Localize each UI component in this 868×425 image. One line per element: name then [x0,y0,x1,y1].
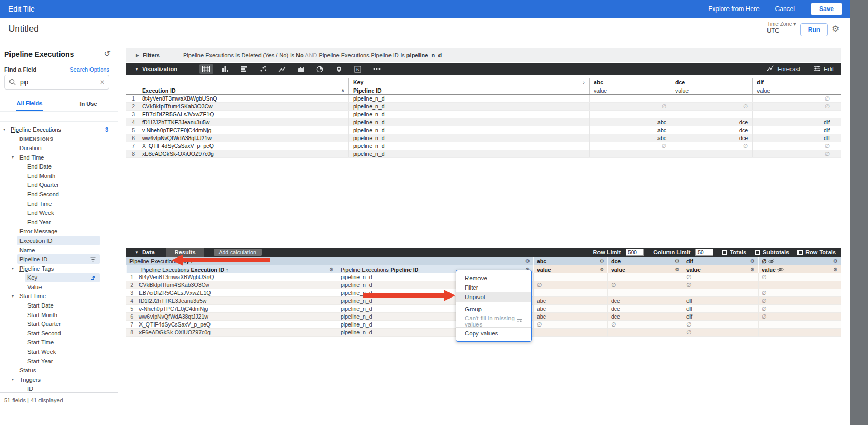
cell-value[interactable]: dce [671,118,752,126]
area-chart-icon[interactable] [294,64,308,74]
cell-value[interactable] [683,289,758,297]
cell-execution-id[interactable]: xE6eADGkSk-OXiUOZ97c0g [138,150,348,157]
sidebar-item-end-week[interactable]: End Week [0,208,118,218]
sidebar-item-end-time[interactable]: End Time [0,199,118,209]
value-header[interactable]: value [671,86,752,94]
cell-pipeline-id[interactable]: pipeline_n_d [348,111,589,118]
sidebar-item-end-date[interactable]: End Date [0,162,118,171]
cell-value[interactable]: dlf [683,305,758,313]
sidebar-item-end-time[interactable]: ▾End Time [0,153,118,162]
cell-value[interactable]: dce [607,313,683,321]
cell-value[interactable]: ∅ [589,142,671,150]
execution-id-header[interactable]: Execution ID∧ [138,86,348,94]
pivot-value-header[interactable]: ∅ ⚙ [758,257,841,265]
cell-value[interactable]: abc [533,305,607,313]
bar-chart-icon[interactable] [237,64,251,74]
cell-value[interactable]: abc [533,313,607,321]
cell-execution-id[interactable]: EB7ciDIZR5GALsJVxwZE1Q [136,289,337,297]
save-button[interactable]: Save [811,3,842,15]
cell-execution-id[interactable]: fD1I2J2hTTKE3Jeanu3u5w [138,118,348,126]
single-value-icon[interactable]: 6 [351,64,365,74]
sidebar-item-duration[interactable]: Duration [0,143,118,153]
gear-icon[interactable]: ⚙ [750,259,755,264]
explore-from-here-link[interactable]: Explore from Here [708,5,759,13]
cell-value[interactable] [758,329,841,337]
pivot-value-header[interactable]: dlf⚙ [683,257,758,265]
pivot-value-header[interactable]: dlf [752,78,834,86]
cell-execution-id[interactable]: X_QTIF4dSyCsSaxV_p_peQ [138,142,348,150]
sidebar-item-end-second[interactable]: End Second [0,190,118,199]
sidebar-item-id[interactable]: ID [0,384,118,392]
pivot-value-header[interactable]: dce⚙ [607,257,683,265]
cell-value[interactable]: ∅ [683,329,758,337]
cell-value[interactable]: dlf [752,126,834,134]
sidebar-item-start-time[interactable]: Start Time [0,338,118,348]
expand-pivot-icon[interactable]: › [583,79,585,85]
menu-item-remove[interactable]: Remove [456,273,531,283]
chevron-down-icon[interactable]: ▾ [12,294,14,299]
gear-icon[interactable]: ⚙ [600,267,604,272]
sidebar-item-end-year[interactable]: End Year [0,218,118,227]
cell-execution-id[interactable]: 8t4yVen8T3mwaXBWgbUSnQ [136,273,337,281]
gear-icon[interactable]: ⚙ [525,259,530,264]
edit-viz-button[interactable]: Edit [814,65,834,73]
value-header[interactable]: value [752,86,834,94]
table-chart-icon[interactable] [199,64,213,74]
sidebar-item-end-month[interactable]: End Month [0,171,118,181]
cell-value[interactable]: ∅ [758,297,841,305]
cell-value[interactable]: ∅ [671,142,752,150]
cell-execution-id[interactable]: X_QTIF4dSyCsSaxV_p_peQ [136,321,337,329]
cell-value[interactable]: dce [671,126,752,134]
timezone-control[interactable]: Time Zone ▾ UTC [767,21,796,34]
sidebar-item-start-year[interactable]: Start Year [0,357,118,366]
pivot-value-header[interactable]: abc [589,78,671,86]
pie-chart-icon[interactable] [313,64,327,74]
cell-value[interactable]: ∅ [533,281,607,289]
gear-icon[interactable]: ⚙ [833,267,838,272]
menu-item-copy-values[interactable]: Copy values [456,329,531,338]
sidebar-item-key[interactable]: Key [0,273,118,283]
cell-value[interactable]: ∅ [752,95,834,102]
sidebar-item-start-quarter[interactable]: Start Quarter [0,319,118,329]
cell-value[interactable]: ∅ [589,103,671,110]
sidebar-item-start-time[interactable]: ▾Start Time [0,292,118,301]
menu-item-unpivot[interactable]: Unpivot [456,292,531,302]
sidebar-item-pipeline-executions[interactable]: ▾Pipeline Executions3 [0,125,118,134]
pivot-value-header[interactable]: dce [671,78,752,86]
gear-icon[interactable]: ⚙ [675,259,680,264]
cell-value[interactable]: dlf [683,313,758,321]
cell-value[interactable] [607,273,683,281]
cell-value[interactable]: dlf [683,297,758,305]
cell-value[interactable]: ∅ [607,281,683,289]
cancel-button[interactable]: Cancel [775,5,795,13]
sidebar-item-status[interactable]: Status [0,365,118,375]
line-chart-icon[interactable] [275,64,289,74]
scatter-chart-icon[interactable] [256,64,270,74]
cell-execution-id[interactable]: xE6eADGkSk-OXiUOZ97c0g [136,329,337,337]
cell-value[interactable] [758,281,841,289]
cell-value[interactable]: ∅ [607,321,683,329]
sidebar-item-start-week[interactable]: Start Week [0,347,118,357]
filter-icon[interactable] [90,257,96,262]
cell-value[interactable] [607,329,683,337]
cell-value[interactable]: ∅ [752,150,834,157]
cell-execution-id[interactable]: ww6vIpNvQfWdA38qtJJ21w [136,313,337,321]
cell-value[interactable] [671,111,752,118]
value-header[interactable]: value ⚙ [758,265,841,273]
cell-pipeline-id[interactable]: pipeline_n_d [348,126,589,134]
cell-pipeline-id[interactable]: pipeline_n_d [348,142,589,150]
sidebar-item-triggers[interactable]: ▾Triggers [0,375,118,384]
execution-id-header[interactable]: Pipeline Executions Execution ID ↑⚙ [126,265,337,273]
cell-value[interactable]: ∅ [758,273,841,281]
sidebar-item-execution-id[interactable]: Execution ID [0,236,118,245]
cell-value[interactable]: dlf [752,134,834,142]
tab-all-fields[interactable]: All Fields [0,96,59,111]
cell-execution-id[interactable]: EB7ciDIZR5GALsJVxwZE1Q [138,111,348,118]
value-header[interactable]: value⚙ [683,265,758,273]
cell-value[interactable]: ∅ [758,289,841,297]
sidebar-item-value[interactable]: Value [0,282,118,292]
chevron-down-icon[interactable]: ▾ [12,155,14,160]
row-limit-input[interactable] [626,249,644,256]
pipeline-id-header[interactable]: Pipeline ID [348,86,589,94]
run-button[interactable]: Run [800,23,828,36]
